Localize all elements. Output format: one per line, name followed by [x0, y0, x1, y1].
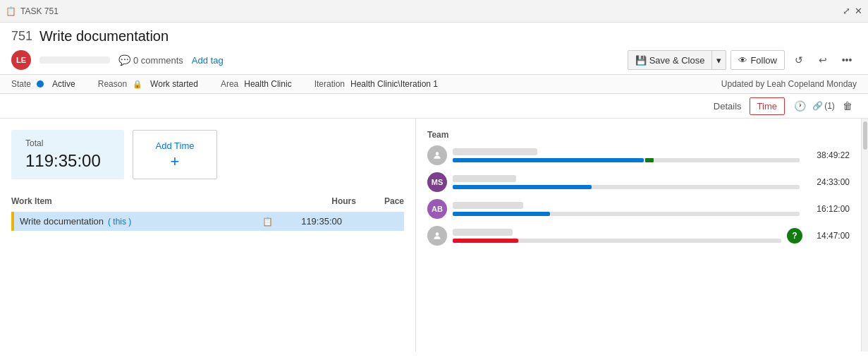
member-avatar-4: [427, 226, 447, 246]
add-time-label: Add Time: [156, 140, 195, 151]
member-avatar-1: [427, 145, 447, 165]
scrollbar[interactable]: [861, 119, 868, 352]
area-label: Area: [221, 79, 238, 89]
work-item-this: ( this ): [108, 217, 131, 227]
meta-left: State Active Reason 🔒 Work started Area …: [11, 79, 438, 89]
total-label: Total: [25, 138, 110, 148]
member-info-4: [453, 229, 781, 243]
close-icon[interactable]: ✕: [855, 6, 862, 16]
task-icon: 📋: [6, 6, 16, 16]
area-value: Health Clinic: [244, 79, 291, 89]
member-avatar-3: AB: [427, 199, 447, 219]
title-bar-label: TASK 751: [20, 6, 59, 16]
member-progress-3: [453, 212, 800, 216]
progress-bg-1: [453, 158, 800, 162]
work-item-row-wrapper: Write documentation ( this ) 📋 119:35:00: [11, 212, 404, 231]
reason-value: Work started: [150, 79, 198, 89]
expand-icon[interactable]: ⤢: [843, 6, 850, 16]
title-bar-right: ⤢ ✕: [843, 6, 862, 16]
left-panel: Total 119:35:00 Add Time + Work Item Hou…: [0, 119, 416, 352]
undo-button[interactable]: ↩: [813, 50, 833, 70]
content-area: Total 119:35:00 Add Time + Work Item Hou…: [0, 119, 868, 352]
save-icon: 💾: [635, 55, 647, 66]
total-time: 119:35:00: [25, 151, 110, 171]
work-item-hours: 119:35:00: [301, 216, 342, 227]
page-title-row: 751 Write documentation: [11, 28, 857, 44]
yellow-bar: [11, 212, 14, 231]
progress-fill-4: [453, 239, 518, 243]
progress-fill-1: [453, 158, 644, 162]
refresh-button[interactable]: ↺: [789, 50, 809, 70]
area-item: Area Health Clinic: [221, 79, 292, 89]
member-avatar-2: MS: [427, 172, 447, 192]
work-item-row-right: 📋 119:35:00: [262, 216, 398, 227]
progress-green-1: [645, 158, 654, 162]
comments-button[interactable]: 💬 0 comments: [118, 54, 183, 66]
toolbar-row: LE 💬 0 comments Add tag 💾 Save & Close ▾…: [11, 50, 857, 74]
reason-label: Reason: [98, 79, 127, 89]
dropdown-icon: ▾: [716, 55, 721, 66]
member-info-1: [453, 148, 800, 162]
svg-point-0: [436, 152, 439, 155]
title-bar: 📋 TASK 751 ⤢ ✕: [0, 0, 868, 23]
member-progress-4: [453, 239, 781, 243]
col-pace: Pace: [384, 196, 404, 206]
user-name-blur: [39, 56, 110, 64]
task-number: 751: [11, 29, 32, 44]
member-time-4: 14:47:00: [811, 231, 850, 241]
tab-icons: 🕐 🔗 (1) 🗑: [790, 97, 857, 115]
team-section: Team 38:49:22: [427, 130, 850, 246]
col-work-item: Work Item: [11, 196, 52, 206]
more-options-button[interactable]: •••: [837, 50, 857, 70]
updated-info: Updated by Leah Copeland Monday: [721, 79, 857, 89]
save-close-button[interactable]: 💾 Save & Close ▾: [628, 50, 727, 70]
reason-item: Reason 🔒 Work started: [98, 79, 198, 89]
total-box: Total 119:35:00: [11, 130, 124, 179]
page-header: 751 Write documentation LE 💬 0 comments …: [0, 23, 868, 75]
save-close-main[interactable]: 💾 Save & Close: [628, 51, 713, 69]
member-info-3: [453, 202, 800, 216]
title-bar-left: 📋 TASK 751: [6, 6, 59, 16]
progress-fill-3: [453, 212, 550, 216]
col-right: Hours Pace: [331, 196, 404, 206]
total-card-row: Total 119:35:00 Add Time +: [11, 130, 404, 179]
team-member-3: AB 16:12:00: [427, 199, 850, 219]
progress-bg-4: [453, 239, 781, 243]
member-time-1: 38:49:22: [811, 150, 850, 160]
work-item-name: Write documentation: [20, 216, 104, 227]
member-time-3: 16:12:00: [811, 204, 850, 214]
iteration-item: Iteration Health Clinic\Iteration 1: [314, 79, 438, 89]
svg-point-1: [436, 232, 439, 236]
member-name-blur-1: [453, 148, 537, 155]
follow-icon: 👁: [738, 55, 747, 66]
col-hours: Hours: [331, 196, 356, 206]
add-tag-button[interactable]: Add tag: [192, 55, 224, 66]
add-time-icon: +: [171, 154, 180, 169]
iteration-value: Health Clinic\Iteration 1: [350, 79, 438, 89]
scroll-thumb: [863, 121, 867, 150]
state-label: State: [11, 79, 31, 89]
updated-text: Updated by Leah Copeland Monday: [721, 79, 857, 89]
member-name-blur-2: [453, 175, 516, 182]
delete-button[interactable]: 🗑: [838, 97, 857, 115]
save-close-dropdown[interactable]: ▾: [712, 51, 726, 69]
follow-button[interactable]: 👁 Follow: [731, 50, 785, 70]
member-name-blur-4: [453, 229, 513, 236]
member-progress-2: [453, 185, 800, 189]
tab-details[interactable]: Details: [706, 97, 750, 115]
lock-icon: 🔒: [133, 80, 142, 89]
member-name-blur-3: [453, 202, 523, 209]
save-close-label: Save & Close: [649, 55, 705, 66]
comments-icon: 💬: [118, 54, 130, 66]
work-item-section: Work Item Hours Pace Write documentation…: [11, 193, 404, 231]
member-progress-1: [453, 158, 800, 162]
work-item-row[interactable]: Write documentation ( this ) 📋 119:35:00: [11, 212, 404, 231]
history-icon-button[interactable]: 🕐: [790, 97, 809, 115]
member-info-2: [453, 175, 800, 189]
add-time-button[interactable]: Add Time +: [133, 130, 217, 179]
comments-count: 0 comments: [133, 55, 183, 66]
time-help-icon: ?: [787, 228, 802, 244]
link-button[interactable]: 🔗 (1): [814, 97, 833, 115]
tab-time[interactable]: Time: [750, 97, 785, 115]
state-item: State Active: [11, 79, 75, 89]
